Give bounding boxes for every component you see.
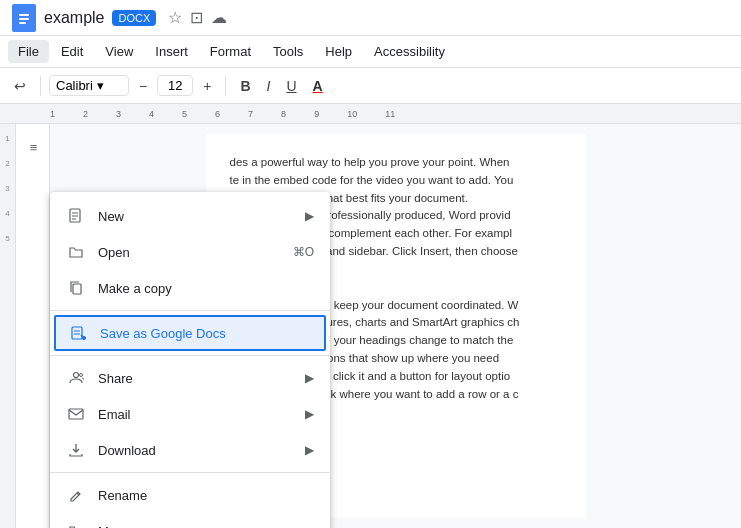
menu-item-share[interactable]: Share ▶ (50, 360, 330, 396)
outline-icon[interactable]: ≡ (30, 140, 38, 155)
move-label: Move (98, 524, 314, 529)
file-dropdown-menu: New ▶ Open ⌘O (50, 192, 330, 528)
menu-file[interactable]: File (8, 40, 49, 63)
menu-accessibility[interactable]: Accessibility (364, 40, 455, 63)
svg-rect-1 (19, 18, 29, 20)
underline-button[interactable]: U (280, 74, 302, 98)
menu-item-download[interactable]: Download ▶ (50, 432, 330, 468)
save-as-google-docs-label: Save as Google Docs (100, 326, 312, 341)
docx-badge: DOCX (112, 10, 156, 26)
ruler-marks: 1 2 3 4 5 6 7 8 9 10 11 (50, 109, 395, 119)
open-shortcut: ⌘O (293, 245, 314, 259)
italic-button[interactable]: I (261, 74, 277, 98)
svg-point-13 (80, 374, 83, 377)
copy-label: Make a copy (98, 281, 314, 296)
menu-tools[interactable]: Tools (263, 40, 313, 63)
svg-point-12 (74, 373, 79, 378)
new-label: New (98, 209, 293, 224)
font-size-minus[interactable]: − (133, 74, 153, 98)
download-arrow-icon: ▶ (305, 443, 314, 457)
menu-edit[interactable]: Edit (51, 40, 93, 63)
share-arrow-icon: ▶ (305, 371, 314, 385)
title-bar: example DOCX ☆ ⊡ ☁ (0, 0, 741, 36)
menu-bar: File Edit View Insert Format Tools Help … (0, 36, 741, 68)
undo-button[interactable]: ↩ (8, 74, 32, 98)
menu-item-email[interactable]: Email ▶ (50, 396, 330, 432)
horizontal-ruler: 1 2 3 4 5 6 7 8 9 10 11 (0, 104, 741, 124)
new-icon (66, 206, 86, 226)
menu-item-move[interactable]: Move (50, 513, 330, 528)
rename-label: Rename (98, 488, 314, 503)
cloud-icon[interactable]: ☁ (211, 8, 227, 27)
new-arrow-icon: ▶ (305, 209, 314, 223)
folder-icon[interactable]: ⊡ (190, 8, 203, 27)
font-family-select[interactable]: Calibri ▾ (49, 75, 129, 96)
svg-rect-2 (19, 22, 26, 24)
left-sidebar: 1 2 3 4 5 ≡ (0, 124, 50, 528)
download-label: Download (98, 443, 293, 458)
toolbar: ↩ Calibri ▾ − 12 + B I U A (0, 68, 741, 104)
share-label: Share (98, 371, 293, 386)
open-icon (66, 242, 86, 262)
divider-3 (50, 472, 330, 473)
font-color-button[interactable]: A (307, 74, 329, 98)
menu-item-open[interactable]: Open ⌘O (50, 234, 330, 270)
save-as-docs-icon (68, 323, 88, 343)
email-icon (66, 404, 86, 424)
rename-icon (66, 485, 86, 505)
main-area: 1 2 3 4 5 ≡ des a powerful way to help y… (0, 124, 741, 528)
menu-format[interactable]: Format (200, 40, 261, 63)
menu-help[interactable]: Help (315, 40, 362, 63)
file-dropdown-overlay: New ▶ Open ⌘O (50, 192, 330, 528)
font-size-plus[interactable]: + (197, 74, 217, 98)
email-label: Email (98, 407, 293, 422)
menu-item-rename[interactable]: Rename (50, 477, 330, 513)
divider-1 (50, 310, 330, 311)
menu-view[interactable]: View (95, 40, 143, 63)
svg-rect-0 (19, 14, 29, 16)
docs-logo-icon (12, 4, 36, 32)
toolbar-sep-1 (40, 76, 41, 96)
font-dropdown-icon: ▾ (97, 78, 104, 93)
menu-insert[interactable]: Insert (145, 40, 198, 63)
star-icon[interactable]: ☆ (168, 8, 182, 27)
font-name: Calibri (56, 78, 93, 93)
menu-item-new[interactable]: New ▶ (50, 198, 330, 234)
vertical-ruler: 1 2 3 4 5 (0, 124, 16, 528)
svg-point-11 (82, 336, 86, 340)
svg-rect-14 (69, 409, 83, 419)
bold-button[interactable]: B (234, 74, 256, 98)
title-actions: ☆ ⊡ ☁ (168, 8, 227, 27)
toolbar-sep-2 (225, 76, 226, 96)
divider-2 (50, 355, 330, 356)
menu-item-save-as-google-docs[interactable]: Save as Google Docs (54, 315, 326, 351)
email-arrow-icon: ▶ (305, 407, 314, 421)
share-icon (66, 368, 86, 388)
move-icon (66, 521, 86, 528)
document-title: example (44, 9, 104, 27)
menu-item-make-copy[interactable]: Make a copy (50, 270, 330, 306)
open-label: Open (98, 245, 281, 260)
font-size-input[interactable]: 12 (157, 75, 193, 96)
svg-rect-8 (72, 327, 82, 339)
download-icon (66, 440, 86, 460)
copy-icon (66, 278, 86, 298)
svg-rect-7 (73, 284, 81, 294)
